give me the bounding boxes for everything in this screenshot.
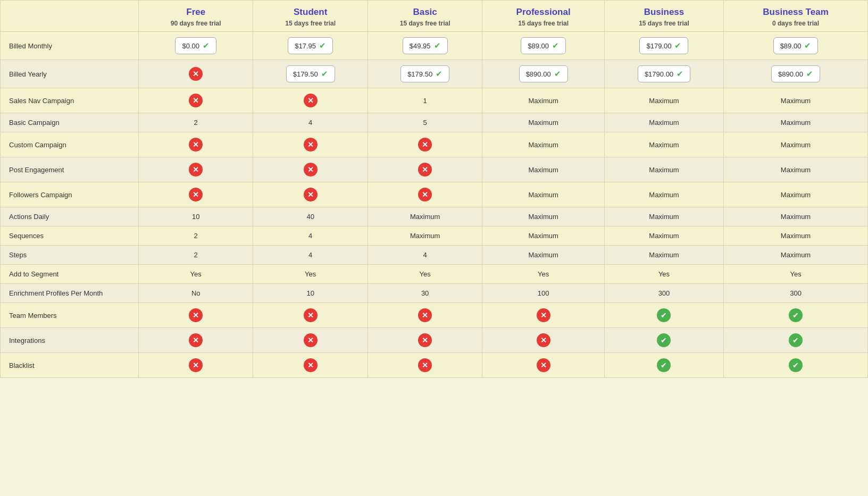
cell-8-3: Maximum (482, 226, 605, 246)
cell-2-0: ✕ (139, 88, 253, 113)
feature-label-9: Steps (1, 246, 139, 265)
table-row: Actions Daily1040MaximumMaximumMaximumMa… (1, 207, 868, 226)
table-row: Integrations✕✕✕✕✔✔ (1, 328, 868, 353)
cell-14-2: ✕ (368, 353, 482, 378)
cell-0-1[interactable]: $17.95 ✔ (253, 32, 368, 60)
cell-0-2[interactable]: $49.95 ✔ (368, 32, 482, 60)
price-button-1-2[interactable]: $179.50 ✔ (400, 65, 449, 82)
cell-13-0: ✕ (139, 328, 253, 353)
price-button-0-0[interactable]: $0.00 ✔ (175, 37, 216, 54)
table-row: Sequences24MaximumMaximumMaximumMaximum (1, 226, 868, 246)
x-mark-icon: ✕ (418, 138, 432, 152)
price-button-0-1[interactable]: $17.95 ✔ (288, 37, 333, 54)
cell-12-0: ✕ (139, 303, 253, 328)
cell-7-5: Maximum (724, 207, 868, 226)
cell-5-5: Maximum (724, 157, 868, 182)
cell-14-0: ✕ (139, 353, 253, 378)
x-mark-icon: ✕ (304, 308, 318, 322)
check-circle-icon: ✔ (789, 333, 803, 347)
cell-1-1[interactable]: $179.50 ✔ (253, 60, 368, 88)
check-circle-icon: ✔ (789, 358, 803, 372)
cell-7-2: Maximum (368, 207, 482, 226)
plan-name-student: Student (257, 7, 363, 18)
price-button-0-4[interactable]: $179.00 ✔ (639, 37, 688, 54)
price-button-1-1[interactable]: $179.50 ✔ (286, 65, 335, 82)
cell-8-4: Maximum (604, 226, 723, 246)
cell-13-4: ✔ (604, 328, 723, 353)
cell-10-3: Yes (482, 265, 605, 284)
price-button-1-5[interactable]: $890.00 ✔ (771, 65, 820, 82)
check-icon: ✔ (552, 41, 559, 51)
x-mark-icon: ✕ (304, 163, 318, 176)
plan-trial-business: 15 days free trial (609, 20, 719, 27)
cell-4-5: Maximum (724, 132, 868, 157)
cell-14-1: ✕ (253, 353, 368, 378)
cell-0-5[interactable]: $89.00 ✔ (724, 32, 868, 60)
cell-8-0: 2 (139, 226, 253, 246)
feature-label-13: Integrations (1, 328, 139, 353)
plan-header-professional: Professional 15 days free trial (482, 1, 605, 32)
cell-13-5: ✔ (724, 328, 868, 353)
x-mark-icon: ✕ (189, 358, 203, 372)
cell-13-1: ✕ (253, 328, 368, 353)
pricing-table: Free 90 days free trial Student 15 days … (0, 0, 868, 378)
x-mark-icon: ✕ (304, 138, 318, 152)
plan-trial-business-team: 0 days free trial (728, 20, 863, 27)
x-mark-icon: ✕ (304, 188, 318, 201)
feature-label-0: Billed Monthly (1, 32, 139, 60)
table-row: Enrichment Profiles Per MonthNo103010030… (1, 284, 868, 303)
price-button-0-5[interactable]: $89.00 ✔ (773, 37, 819, 54)
cell-2-1: ✕ (253, 88, 368, 113)
check-icon: ✔ (806, 69, 813, 79)
check-icon: ✔ (554, 69, 561, 79)
x-mark-icon: ✕ (418, 163, 432, 176)
cell-0-0[interactable]: $0.00 ✔ (139, 32, 253, 60)
cell-8-2: Maximum (368, 226, 482, 246)
cell-11-0: No (139, 284, 253, 303)
cell-12-5: ✔ (724, 303, 868, 328)
check-icon: ✔ (677, 69, 683, 79)
cell-1-3[interactable]: $890.00 ✔ (482, 60, 605, 88)
feature-label-6: Followers Campaign (1, 182, 139, 207)
table-row: Billed Yearly✕ $179.50 ✔ $179.50 ✔ $890.… (1, 60, 868, 88)
cell-0-3[interactable]: $89.00 ✔ (482, 32, 605, 60)
cell-0-4[interactable]: $179.00 ✔ (604, 32, 723, 60)
cell-12-2: ✕ (368, 303, 482, 328)
cell-12-3: ✕ (482, 303, 605, 328)
price-button-0-3[interactable]: $89.00 ✔ (521, 37, 566, 54)
cell-1-2[interactable]: $179.50 ✔ (368, 60, 482, 88)
cell-8-1: 4 (253, 226, 368, 246)
cell-9-1: 4 (253, 246, 368, 265)
cell-2-4: Maximum (604, 88, 723, 113)
cell-13-3: ✕ (482, 328, 605, 353)
x-mark-icon: ✕ (537, 333, 550, 347)
cell-4-4: Maximum (604, 132, 723, 157)
price-button-1-4[interactable]: $1790.00 ✔ (638, 65, 690, 82)
price-button-1-3[interactable]: $890.00 ✔ (519, 65, 568, 82)
price-button-0-2[interactable]: $49.95 ✔ (403, 37, 448, 54)
x-mark-icon: ✕ (418, 358, 432, 372)
x-mark-icon: ✕ (537, 358, 550, 372)
cell-10-2: Yes (368, 265, 482, 284)
cell-14-4: ✔ (604, 353, 723, 378)
cell-2-5: Maximum (724, 88, 868, 113)
table-row: Basic Campaign245MaximumMaximumMaximum (1, 113, 868, 132)
cell-5-2: ✕ (368, 157, 482, 182)
check-icon: ✔ (434, 41, 441, 51)
cell-9-2: 4 (368, 246, 482, 265)
x-mark-icon: ✕ (189, 94, 203, 107)
cell-13-2: ✕ (368, 328, 482, 353)
check-icon: ✔ (319, 41, 326, 51)
cell-9-4: Maximum (604, 246, 723, 265)
cell-1-4[interactable]: $1790.00 ✔ (604, 60, 723, 88)
check-circle-icon: ✔ (657, 358, 671, 372)
cell-10-5: Yes (724, 265, 868, 284)
feature-label-12: Team Members (1, 303, 139, 328)
cell-5-1: ✕ (253, 157, 368, 182)
table-row: Followers Campaign✕✕✕MaximumMaximumMaxim… (1, 182, 868, 207)
x-mark-icon: ✕ (537, 308, 550, 322)
check-icon: ✔ (321, 69, 328, 79)
table-row: Billed Monthly $0.00 ✔ $17.95 ✔ $49.95 ✔… (1, 32, 868, 60)
cell-1-5[interactable]: $890.00 ✔ (724, 60, 868, 88)
check-icon: ✔ (804, 41, 811, 51)
